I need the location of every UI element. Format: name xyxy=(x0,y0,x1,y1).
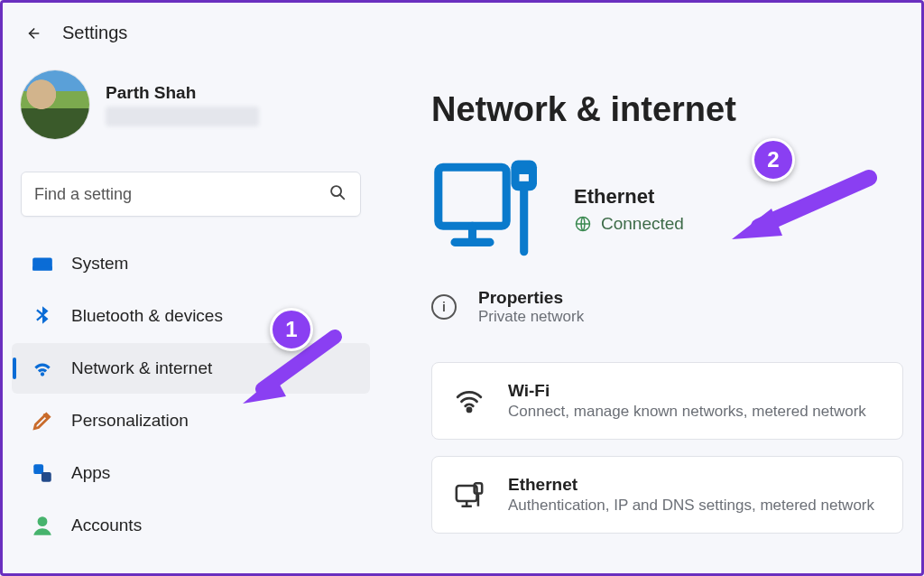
search-input[interactable] xyxy=(34,185,328,204)
page-title: Network & internet xyxy=(431,90,903,129)
bluetooth-icon xyxy=(30,303,55,329)
wifi-icon xyxy=(454,386,485,416)
ethernet-monitor-icon xyxy=(431,151,549,268)
sidebar-item-system[interactable]: System xyxy=(12,238,370,289)
accounts-icon xyxy=(30,513,55,538)
sidebar-item-label: Personalization xyxy=(71,411,189,431)
content-area: Network & internet Ethernet Connected xyxy=(377,52,921,551)
svg-rect-6 xyxy=(439,167,506,226)
back-button[interactable] xyxy=(23,23,42,43)
user-name: Parth Shah xyxy=(106,83,259,103)
sidebar-item-label: Bluetooth & devices xyxy=(71,306,223,326)
properties-row[interactable]: i Properties Private network xyxy=(431,288,903,326)
svg-rect-3 xyxy=(33,464,43,474)
card-subtitle: Authentication, IP and DNS settings, met… xyxy=(508,497,874,515)
connection-title: Ethernet xyxy=(574,185,684,209)
annotation-arrow-2 xyxy=(716,162,878,252)
svg-rect-8 xyxy=(520,174,529,181)
card-title: Ethernet xyxy=(508,475,874,495)
search-icon xyxy=(328,182,347,206)
user-block[interactable]: Parth Shah xyxy=(12,63,370,155)
svg-rect-4 xyxy=(42,472,51,482)
properties-title: Properties xyxy=(478,288,584,308)
globe-icon xyxy=(574,215,592,233)
network-cards: Wi-Fi Connect, manage known networks, me… xyxy=(431,362,903,534)
card-title: Wi-Fi xyxy=(508,381,866,401)
svg-rect-12 xyxy=(475,483,483,493)
card-ethernet[interactable]: Ethernet Authentication, IP and DNS sett… xyxy=(431,456,903,534)
card-wifi[interactable]: Wi-Fi Connect, manage known networks, me… xyxy=(431,362,903,440)
ethernet-icon xyxy=(454,479,485,510)
sidebar-item-apps[interactable]: Apps xyxy=(12,448,370,498)
sidebar: Parth Shah System xyxy=(3,52,377,551)
sidebar-item-label: Apps xyxy=(71,463,110,483)
svg-rect-2 xyxy=(32,266,52,270)
annotation-badge-1: 1 xyxy=(270,308,313,351)
svg-point-10 xyxy=(467,408,471,412)
properties-subtitle: Private network xyxy=(478,308,584,326)
annotation-badge-2: 2 xyxy=(752,138,795,181)
info-icon: i xyxy=(431,294,457,320)
system-icon xyxy=(30,251,55,276)
app-title: Settings xyxy=(62,23,127,43)
sidebar-item-label: System xyxy=(71,254,128,274)
sidebar-item-accounts[interactable]: Accounts xyxy=(12,500,370,551)
brush-icon xyxy=(30,408,55,433)
user-email-hidden xyxy=(106,107,259,126)
sidebar-item-label: Accounts xyxy=(71,516,142,535)
avatar xyxy=(21,70,89,139)
apps-icon xyxy=(30,460,55,486)
search-box[interactable] xyxy=(21,172,361,217)
header-bar: Settings xyxy=(3,3,921,52)
card-subtitle: Connect, manage known networks, metered … xyxy=(508,403,866,421)
svg-point-5 xyxy=(38,516,48,526)
connection-status-row: Connected xyxy=(574,214,684,234)
sidebar-item-label: Network & internet xyxy=(71,358,212,378)
connection-status: Connected xyxy=(601,214,684,234)
wifi-icon xyxy=(30,356,55,381)
